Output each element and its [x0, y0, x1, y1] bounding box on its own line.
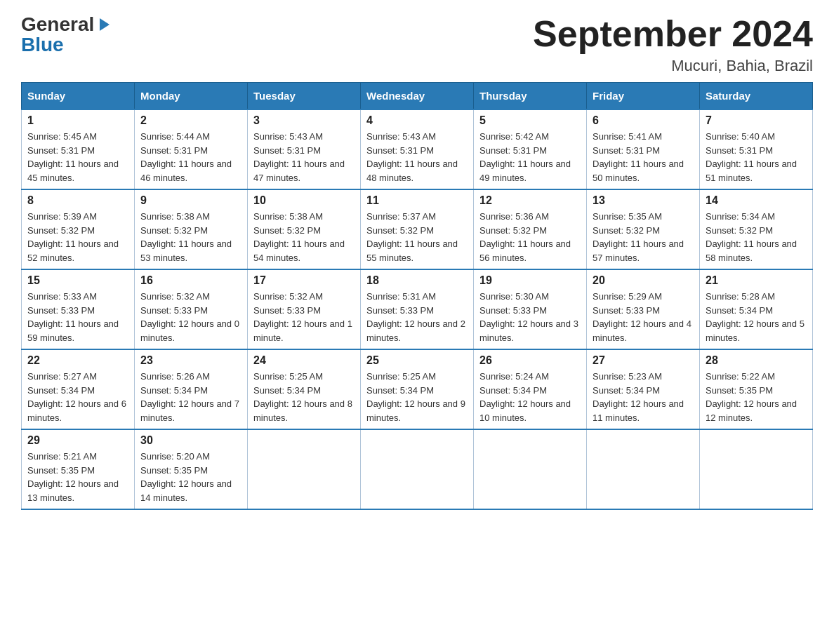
sunrise-label: Sunrise:: [140, 131, 176, 142]
sunrise-time: 5:43 AM: [289, 131, 323, 142]
sunrise-label: Sunrise:: [366, 371, 402, 382]
day-info: Sunrise: 5:32 AM Sunset: 5:33 PM Dayligh…: [253, 290, 355, 344]
day-info: Sunrise: 5:42 AM Sunset: 5:31 PM Dayligh…: [479, 130, 581, 185]
daylight-label: Daylight: 12 hours and 6 minutes.: [27, 398, 126, 423]
day-info: Sunrise: 5:21 AM Sunset: 5:35 PM Dayligh…: [27, 450, 128, 504]
day-info: Sunrise: 5:29 AM Sunset: 5:33 PM Dayligh…: [593, 290, 694, 344]
day-info: Sunrise: 5:23 AM Sunset: 5:34 PM Dayligh…: [593, 370, 694, 424]
day-info: Sunrise: 5:39 AM Sunset: 5:32 PM Dayligh…: [27, 210, 128, 264]
calendar-cell: 13 Sunrise: 5:35 AM Sunset: 5:32 PM Dayl…: [587, 189, 700, 269]
day-info: Sunrise: 5:35 AM Sunset: 5:32 PM Dayligh…: [593, 210, 694, 264]
sunrise-label: Sunrise:: [366, 131, 402, 142]
day-number: 21: [706, 274, 807, 287]
sunrise-time: 5:22 AM: [741, 371, 775, 382]
sunrise-time: 5:30 AM: [515, 291, 549, 302]
daylight-label: Daylight: 12 hours and 1 minute.: [253, 318, 352, 343]
calendar-cell: 1 Sunrise: 5:45 AM Sunset: 5:31 PM Dayli…: [22, 109, 135, 189]
calendar-cell: 18 Sunrise: 5:31 AM Sunset: 5:33 PM Dayl…: [361, 269, 474, 349]
sunrise-time: 5:33 AM: [63, 291, 97, 302]
daylight-label: Daylight: 11 hours and 52 minutes.: [27, 239, 119, 263]
sunset-time: 5:34 PM: [739, 305, 773, 316]
sunrise-label: Sunrise:: [366, 211, 402, 222]
sunrise-time: 5:25 AM: [289, 371, 323, 382]
sunset-time: 5:33 PM: [61, 305, 95, 316]
day-number: 27: [593, 354, 694, 367]
day-info: Sunrise: 5:38 AM Sunset: 5:32 PM Dayligh…: [253, 210, 355, 264]
sunset-time: 5:34 PM: [287, 385, 321, 396]
calendar-cell: [248, 429, 361, 509]
calendar-cell: 23 Sunrise: 5:26 AM Sunset: 5:34 PM Dayl…: [135, 349, 248, 429]
calendar-cell: 2 Sunrise: 5:44 AM Sunset: 5:31 PM Dayli…: [135, 109, 248, 189]
calendar-cell: 11 Sunrise: 5:37 AM Sunset: 5:32 PM Dayl…: [361, 189, 474, 269]
calendar-cell: 10 Sunrise: 5:38 AM Sunset: 5:32 PM Dayl…: [248, 189, 361, 269]
sunrise-label: Sunrise:: [593, 291, 628, 302]
sunset-time: 5:34 PM: [400, 385, 434, 396]
sunrise-time: 5:25 AM: [402, 371, 436, 382]
calendar-cell: 16 Sunrise: 5:32 AM Sunset: 5:33 PM Dayl…: [135, 269, 248, 349]
daylight-label: Daylight: 12 hours and 11 minutes.: [593, 398, 684, 423]
calendar-week-3: 15 Sunrise: 5:33 AM Sunset: 5:33 PM Dayl…: [22, 269, 813, 349]
header-monday: Monday: [135, 83, 248, 110]
daylight-label: Daylight: 12 hours and 14 minutes.: [140, 478, 232, 503]
header-wednesday: Wednesday: [361, 83, 474, 110]
sunset-time: 5:34 PM: [513, 385, 547, 396]
sunrise-time: 5:34 AM: [741, 211, 775, 222]
calendar-cell: 4 Sunrise: 5:43 AM Sunset: 5:31 PM Dayli…: [361, 109, 474, 189]
sunrise-label: Sunrise:: [706, 211, 741, 222]
sunset-label: Sunset:: [140, 225, 174, 236]
calendar-cell: 17 Sunrise: 5:32 AM Sunset: 5:33 PM Dayl…: [248, 269, 361, 349]
sunrise-time: 5:21 AM: [63, 451, 97, 462]
sunrise-label: Sunrise:: [253, 211, 289, 222]
day-number: 16: [140, 274, 241, 287]
daylight-label: Daylight: 11 hours and 46 minutes.: [140, 159, 232, 183]
day-info: Sunrise: 5:25 AM Sunset: 5:34 PM Dayligh…: [253, 370, 355, 424]
day-number: 4: [366, 114, 468, 127]
calendar-cell: 29 Sunrise: 5:21 AM Sunset: 5:35 PM Dayl…: [22, 429, 135, 509]
daylight-label: Daylight: 12 hours and 7 minutes.: [140, 398, 239, 423]
sunset-label: Sunset:: [706, 145, 739, 156]
sunrise-label: Sunrise:: [27, 131, 63, 142]
sunset-label: Sunset:: [479, 385, 513, 396]
sunrise-label: Sunrise:: [479, 291, 515, 302]
daylight-label: Daylight: 11 hours and 59 minutes.: [27, 318, 119, 343]
day-info: Sunrise: 5:30 AM Sunset: 5:33 PM Dayligh…: [479, 290, 581, 344]
sunset-label: Sunset:: [593, 225, 626, 236]
sunrise-time: 5:24 AM: [515, 371, 549, 382]
calendar-cell: 3 Sunrise: 5:43 AM Sunset: 5:31 PM Dayli…: [248, 109, 361, 189]
sunset-label: Sunset:: [366, 225, 400, 236]
sunset-label: Sunset:: [706, 225, 739, 236]
sunrise-label: Sunrise:: [253, 291, 289, 302]
sunrise-time: 5:45 AM: [63, 131, 97, 142]
day-number: 8: [27, 194, 128, 207]
sunset-label: Sunset:: [140, 385, 174, 396]
day-number: 2: [140, 114, 241, 127]
sunset-time: 5:31 PM: [513, 145, 547, 156]
sunrise-time: 5:32 AM: [176, 291, 210, 302]
day-info: Sunrise: 5:25 AM Sunset: 5:34 PM Dayligh…: [366, 370, 468, 424]
day-number: 26: [479, 354, 581, 367]
svg-marker-0: [100, 18, 110, 31]
sunset-label: Sunset:: [253, 385, 287, 396]
header-saturday: Saturday: [700, 83, 813, 110]
day-number: 19: [479, 274, 581, 287]
sunrise-time: 5:36 AM: [515, 211, 549, 222]
day-number: 6: [593, 114, 694, 127]
day-number: 7: [706, 114, 807, 127]
sunset-time: 5:31 PM: [400, 145, 434, 156]
sunset-time: 5:31 PM: [739, 145, 773, 156]
day-info: Sunrise: 5:26 AM Sunset: 5:34 PM Dayligh…: [140, 370, 241, 424]
sunset-time: 5:35 PM: [739, 385, 773, 396]
calendar-week-1: 1 Sunrise: 5:45 AM Sunset: 5:31 PM Dayli…: [22, 109, 813, 189]
day-number: 14: [706, 194, 807, 207]
location-text: Mucuri, Bahia, Brazil: [533, 57, 813, 75]
sunset-label: Sunset:: [140, 465, 174, 476]
daylight-label: Daylight: 11 hours and 48 minutes.: [366, 159, 458, 183]
day-number: 1: [27, 114, 128, 127]
logo: General Blue: [21, 14, 112, 55]
sunrise-label: Sunrise:: [479, 371, 515, 382]
day-info: Sunrise: 5:44 AM Sunset: 5:31 PM Dayligh…: [140, 130, 241, 185]
sunrise-time: 5:27 AM: [63, 371, 97, 382]
day-info: Sunrise: 5:33 AM Sunset: 5:33 PM Dayligh…: [27, 290, 128, 344]
sunset-label: Sunset:: [366, 385, 400, 396]
calendar-cell: 26 Sunrise: 5:24 AM Sunset: 5:34 PM Dayl…: [474, 349, 587, 429]
